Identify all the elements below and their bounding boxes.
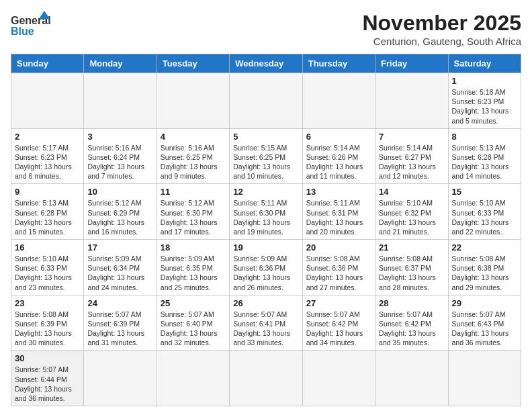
day-number: 8 — [452, 132, 517, 142]
calendar-day-cell — [11, 73, 84, 129]
day-info: Sunrise: 5:18 AM Sunset: 6:23 PM Dayligh… — [452, 87, 517, 126]
calendar-day-cell: 5Sunrise: 5:15 AM Sunset: 6:25 PM Daylig… — [230, 128, 302, 184]
calendar-day-cell: 8Sunrise: 5:13 AM Sunset: 6:28 PM Daylig… — [448, 128, 521, 184]
logo: General Blue — [11, 11, 51, 43]
day-number: 23 — [15, 298, 80, 308]
calendar-day-cell: 3Sunrise: 5:16 AM Sunset: 6:24 PM Daylig… — [84, 128, 157, 184]
calendar-day-cell: 28Sunrise: 5:07 AM Sunset: 6:42 PM Dayli… — [375, 295, 448, 351]
weekday-header-cell: Friday — [375, 54, 448, 73]
day-number: 6 — [306, 132, 371, 142]
calendar-table: SundayMondayTuesdayWednesdayThursdayFrid… — [11, 54, 521, 406]
weekday-header-cell: Tuesday — [157, 54, 229, 73]
day-number: 16 — [15, 242, 80, 253]
day-number: 29 — [452, 298, 517, 308]
day-info: Sunrise: 5:09 AM Sunset: 6:36 PM Dayligh… — [233, 254, 298, 292]
calendar-day-cell: 10Sunrise: 5:12 AM Sunset: 6:29 PM Dayli… — [84, 184, 157, 240]
calendar-day-cell: 12Sunrise: 5:11 AM Sunset: 6:30 PM Dayli… — [230, 184, 302, 240]
calendar-week-row: 16Sunrise: 5:10 AM Sunset: 6:33 PM Dayli… — [11, 240, 521, 295]
calendar-title-area: November 2025 Centurion, Gauteng, South … — [362, 11, 521, 47]
svg-text:Blue: Blue — [11, 26, 34, 37]
calendar-day-cell: 24Sunrise: 5:07 AM Sunset: 6:39 PM Dayli… — [84, 295, 157, 351]
calendar-day-cell: 27Sunrise: 5:07 AM Sunset: 6:42 PM Dayli… — [302, 295, 375, 351]
calendar-day-cell — [375, 73, 448, 129]
calendar-day-cell — [302, 73, 375, 129]
day-number: 4 — [161, 132, 226, 142]
weekday-header-cell: Sunday — [11, 54, 84, 73]
calendar-week-row: 30Sunrise: 5:07 AM Sunset: 6:44 PM Dayli… — [11, 351, 521, 406]
calendar-day-cell: 17Sunrise: 5:09 AM Sunset: 6:34 PM Dayli… — [84, 240, 157, 295]
day-number: 14 — [379, 187, 444, 197]
calendar-day-cell — [157, 73, 229, 129]
day-number: 11 — [161, 187, 226, 197]
calendar-day-cell: 22Sunrise: 5:08 AM Sunset: 6:38 PM Dayli… — [448, 240, 521, 295]
day-number: 1 — [452, 76, 517, 86]
day-info: Sunrise: 5:17 AM Sunset: 6:23 PM Dayligh… — [15, 143, 80, 181]
calendar-day-cell: 26Sunrise: 5:07 AM Sunset: 6:41 PM Dayli… — [230, 295, 302, 351]
calendar-day-cell: 13Sunrise: 5:11 AM Sunset: 6:31 PM Dayli… — [302, 184, 375, 240]
day-info: Sunrise: 5:11 AM Sunset: 6:30 PM Dayligh… — [233, 198, 298, 236]
day-number: 28 — [379, 298, 444, 308]
calendar-week-row: 9Sunrise: 5:13 AM Sunset: 6:28 PM Daylig… — [11, 184, 521, 240]
calendar-week-row: 2Sunrise: 5:17 AM Sunset: 6:23 PM Daylig… — [11, 128, 521, 184]
calendar-day-cell: 14Sunrise: 5:10 AM Sunset: 6:32 PM Dayli… — [375, 184, 448, 240]
day-number: 18 — [161, 242, 226, 253]
day-info: Sunrise: 5:10 AM Sunset: 6:33 PM Dayligh… — [15, 254, 80, 292]
day-info: Sunrise: 5:13 AM Sunset: 6:28 PM Dayligh… — [15, 198, 80, 236]
day-number: 12 — [233, 187, 298, 197]
location-subtitle: Centurion, Gauteng, South Africa — [362, 36, 521, 47]
day-info: Sunrise: 5:07 AM Sunset: 6:41 PM Dayligh… — [233, 310, 298, 348]
calendar-day-cell: 11Sunrise: 5:12 AM Sunset: 6:30 PM Dayli… — [157, 184, 229, 240]
day-number: 27 — [306, 298, 371, 308]
calendar-day-cell — [375, 351, 448, 406]
day-info: Sunrise: 5:07 AM Sunset: 6:44 PM Dayligh… — [15, 365, 80, 403]
day-info: Sunrise: 5:08 AM Sunset: 6:39 PM Dayligh… — [15, 310, 80, 348]
calendar-day-cell: 23Sunrise: 5:08 AM Sunset: 6:39 PM Dayli… — [11, 295, 84, 351]
calendar-day-cell: 9Sunrise: 5:13 AM Sunset: 6:28 PM Daylig… — [11, 184, 84, 240]
day-info: Sunrise: 5:16 AM Sunset: 6:25 PM Dayligh… — [161, 143, 226, 181]
day-info: Sunrise: 5:08 AM Sunset: 6:37 PM Dayligh… — [379, 254, 444, 292]
calendar-day-cell: 15Sunrise: 5:10 AM Sunset: 6:33 PM Dayli… — [448, 184, 521, 240]
day-number: 25 — [161, 298, 226, 308]
calendar-day-cell — [448, 351, 521, 406]
page-header: General Blue November 2025 Centurion, Ga… — [11, 11, 521, 47]
day-number: 5 — [233, 132, 298, 142]
day-number: 19 — [233, 242, 298, 253]
day-info: Sunrise: 5:11 AM Sunset: 6:31 PM Dayligh… — [306, 198, 371, 236]
calendar-day-cell — [84, 73, 157, 129]
calendar-day-cell — [230, 351, 302, 406]
day-number: 15 — [452, 187, 517, 197]
day-number: 17 — [87, 242, 152, 253]
day-info: Sunrise: 5:13 AM Sunset: 6:28 PM Dayligh… — [452, 143, 517, 181]
day-number: 30 — [15, 353, 80, 363]
day-number: 20 — [306, 242, 371, 253]
weekday-header-row: SundayMondayTuesdayWednesdayThursdayFrid… — [11, 54, 521, 73]
calendar-week-row: 1Sunrise: 5:18 AM Sunset: 6:23 PM Daylig… — [11, 73, 521, 129]
calendar-day-cell: 4Sunrise: 5:16 AM Sunset: 6:25 PM Daylig… — [157, 128, 229, 184]
day-info: Sunrise: 5:12 AM Sunset: 6:30 PM Dayligh… — [161, 198, 226, 236]
day-number: 7 — [379, 132, 444, 142]
weekday-header-cell: Saturday — [448, 54, 521, 73]
day-info: Sunrise: 5:07 AM Sunset: 6:39 PM Dayligh… — [87, 310, 152, 348]
month-year-title: November 2025 — [362, 11, 521, 36]
calendar-day-cell: 30Sunrise: 5:07 AM Sunset: 6:44 PM Dayli… — [11, 351, 84, 406]
day-info: Sunrise: 5:12 AM Sunset: 6:29 PM Dayligh… — [87, 198, 152, 236]
generalblue-logo-icon: General Blue — [11, 11, 51, 43]
day-info: Sunrise: 5:14 AM Sunset: 6:26 PM Dayligh… — [306, 143, 371, 181]
calendar-body: 1Sunrise: 5:18 AM Sunset: 6:23 PM Daylig… — [11, 73, 521, 406]
calendar-day-cell: 2Sunrise: 5:17 AM Sunset: 6:23 PM Daylig… — [11, 128, 84, 184]
calendar-day-cell — [230, 73, 302, 129]
day-info: Sunrise: 5:07 AM Sunset: 6:42 PM Dayligh… — [379, 310, 444, 348]
day-number: 22 — [452, 242, 517, 253]
weekday-header-cell: Monday — [84, 54, 157, 73]
day-info: Sunrise: 5:07 AM Sunset: 6:40 PM Dayligh… — [161, 310, 226, 348]
day-info: Sunrise: 5:14 AM Sunset: 6:27 PM Dayligh… — [379, 143, 444, 181]
calendar-day-cell — [157, 351, 229, 406]
calendar-day-cell — [302, 351, 375, 406]
calendar-day-cell: 29Sunrise: 5:07 AM Sunset: 6:43 PM Dayli… — [448, 295, 521, 351]
day-number: 13 — [306, 187, 371, 197]
calendar-day-cell: 16Sunrise: 5:10 AM Sunset: 6:33 PM Dayli… — [11, 240, 84, 295]
weekday-header-cell: Thursday — [302, 54, 375, 73]
day-info: Sunrise: 5:08 AM Sunset: 6:38 PM Dayligh… — [452, 254, 517, 292]
day-info: Sunrise: 5:07 AM Sunset: 6:43 PM Dayligh… — [452, 310, 517, 348]
day-info: Sunrise: 5:09 AM Sunset: 6:34 PM Dayligh… — [87, 254, 152, 292]
